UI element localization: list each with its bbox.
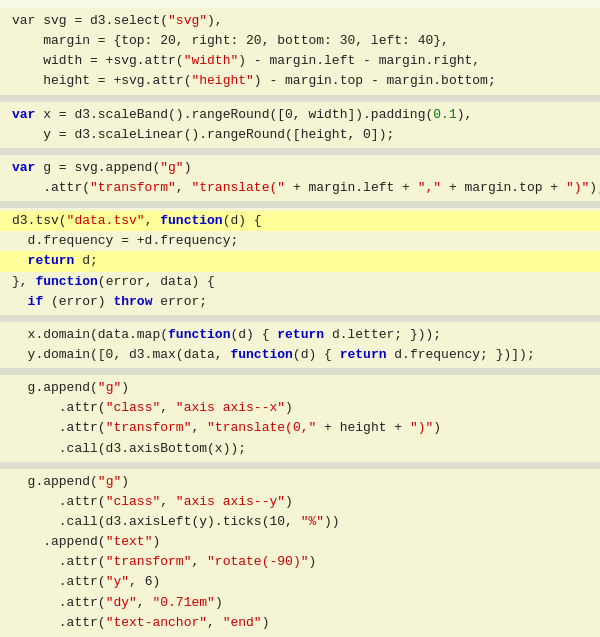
code-line: .append("text"): [0, 532, 600, 552]
code-line: g.append("g"): [0, 378, 600, 398]
code-line: .attr("y", 6): [0, 572, 600, 592]
code-section-gap: [0, 148, 600, 155]
code-line: .text("Frequency");: [0, 633, 600, 637]
code-line: .attr("class", "axis axis--y"): [0, 492, 600, 512]
code-line: width = +svg.attr("width") - margin.left…: [0, 51, 600, 71]
code-line: margin = {top: 20, right: 20, bottom: 30…: [0, 31, 600, 51]
code-section: x.domain(data.map(function(d) { return d…: [0, 322, 600, 368]
code-line: d.frequency = +d.frequency;: [0, 231, 600, 251]
code-line: .call(d3.axisBottom(x));: [0, 439, 600, 459]
code-line: height = +svg.attr("height") - margin.to…: [0, 71, 600, 91]
code-section-gap: [0, 462, 600, 469]
code-line: }, function(error, data) {: [0, 272, 600, 292]
code-line: .call(d3.axisLeft(y).ticks(10, "%")): [0, 512, 600, 532]
code-section-gap: [0, 315, 600, 322]
code-line: .attr("transform", "translate(" + margin…: [0, 178, 600, 198]
code-section: var x = d3.scaleBand().rangeRound([0, wi…: [0, 102, 600, 148]
code-line: y.domain([0, d3.max(data, function(d) { …: [0, 345, 600, 365]
code-section: d3.tsv("data.tsv", function(d) { d.frequ…: [0, 208, 600, 315]
code-line: return d;: [0, 251, 600, 271]
code-section: var g = svg.append("g") .attr("transform…: [0, 155, 600, 201]
code-line: .attr("class", "axis axis--x"): [0, 398, 600, 418]
code-view: var svg = d3.select("svg"), margin = {to…: [0, 8, 600, 637]
code-line: if (error) throw error;: [0, 292, 600, 312]
code-line: .attr("transform", "translate(0," + heig…: [0, 418, 600, 438]
code-line: var g = svg.append("g"): [0, 158, 600, 178]
code-line: var svg = d3.select("svg"),: [0, 11, 600, 31]
code-line: y = d3.scaleLinear().rangeRound([height,…: [0, 125, 600, 145]
code-section: g.append("g") .attr("class", "axis axis-…: [0, 469, 600, 637]
code-line: d3.tsv("data.tsv", function(d) {: [0, 211, 600, 231]
code-section-gap: [0, 368, 600, 375]
code-line: g.append("g"): [0, 472, 600, 492]
code-line: var x = d3.scaleBand().rangeRound([0, wi…: [0, 105, 600, 125]
code-container: var svg = d3.select("svg"), margin = {to…: [0, 0, 600, 637]
code-section-gap: [0, 201, 600, 208]
code-line: x.domain(data.map(function(d) { return d…: [0, 325, 600, 345]
code-line: .attr("transform", "rotate(-90)"): [0, 552, 600, 572]
code-section: g.append("g") .attr("class", "axis axis-…: [0, 375, 600, 462]
code-line: .attr("text-anchor", "end"): [0, 613, 600, 633]
code-line: .attr("dy", "0.71em"): [0, 593, 600, 613]
code-section-gap: [0, 95, 600, 102]
code-section: var svg = d3.select("svg"), margin = {to…: [0, 8, 600, 95]
